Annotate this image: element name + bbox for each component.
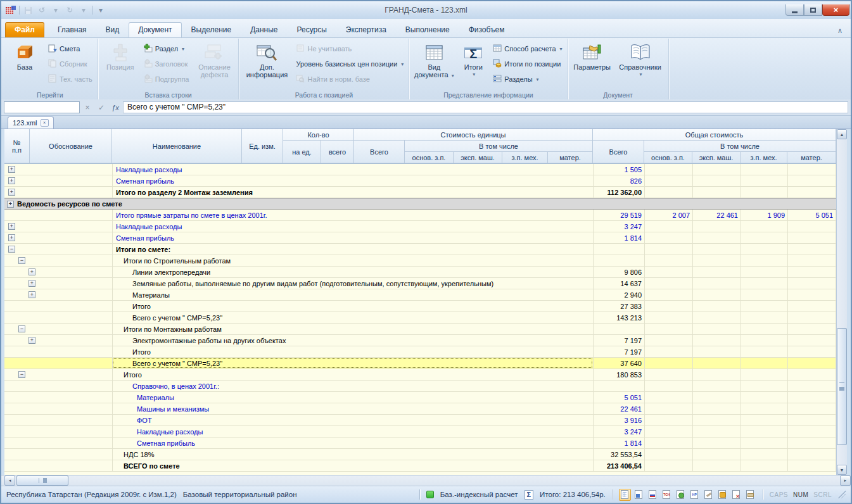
table-row[interactable]: Материалы5 051 xyxy=(4,392,836,403)
expand-icon[interactable]: + xyxy=(29,280,35,287)
expand-icon[interactable]: + xyxy=(29,337,35,344)
table-row[interactable]: +Электромонтажные работы на других объек… xyxy=(4,335,836,346)
ribbon-tab-Выделение[interactable]: Выделение xyxy=(182,22,241,37)
close-button[interactable]: × xyxy=(822,4,849,16)
collapse-icon[interactable]: − xyxy=(18,325,25,332)
totals-dropdown-icon[interactable]: ▾ xyxy=(473,71,475,79)
customize-qat-icon[interactable]: ▾ xyxy=(95,5,106,15)
formula-cancel-icon[interactable]: × xyxy=(81,101,94,113)
collapse-icon[interactable]: − xyxy=(18,371,25,378)
table-row[interactable]: +Сметная прибыль1 814 xyxy=(4,232,836,244)
ribbon-tab-Физобъем[interactable]: Физобъем xyxy=(459,22,514,37)
document-tab-close-icon[interactable]: × xyxy=(41,119,49,127)
ribbon-tab-Выполнение[interactable]: Выполнение xyxy=(396,22,459,37)
table-row[interactable]: +Итого по разделу 2 Монтаж заземления112… xyxy=(4,187,836,198)
sections-dropdown-icon[interactable]: ▾ xyxy=(537,77,539,82)
extra-info-button[interactable]: Доп. информация xyxy=(241,40,293,88)
section-button[interactable]: Раздел ▾ xyxy=(142,42,191,56)
resize-grip[interactable] xyxy=(838,491,846,498)
scroll-up-icon[interactable]: ▲ xyxy=(837,129,847,139)
ribbon-tab-Ресурсы[interactable]: Ресурсы xyxy=(288,22,336,37)
collapse-icon[interactable]: − xyxy=(18,257,25,264)
doc-index-view-icon[interactable] xyxy=(633,489,645,501)
expand-icon[interactable]: + xyxy=(8,166,15,173)
insert-function-icon[interactable]: ƒx xyxy=(109,101,122,113)
doc-nr-view-icon[interactable]: НР xyxy=(689,489,701,501)
redo-dropdown-icon[interactable]: ▾ xyxy=(78,5,89,15)
doc-error-view-icon[interactable] xyxy=(730,489,742,501)
table-row[interactable]: +Земляные работы, выполняемые по другим … xyxy=(4,278,836,289)
doc-ruler-view-icon[interactable] xyxy=(744,489,756,501)
undo-icon[interactable]: ↺ xyxy=(36,5,48,15)
document-tab[interactable]: 123.xml × xyxy=(8,117,54,129)
table-row[interactable]: +Линии электропередачи9 806 xyxy=(4,267,836,278)
expand-icon[interactable]: + xyxy=(8,234,15,241)
maximize-button[interactable] xyxy=(804,4,822,16)
base-price-level-button[interactable]: Уровень базисных цен позиции ▾ xyxy=(294,57,405,71)
sections-button[interactable]: Разделы ▾ xyxy=(491,72,564,86)
table-row[interactable]: +Накладные расходы1 505 xyxy=(4,164,836,175)
expand-icon[interactable]: + xyxy=(8,223,15,230)
table-row[interactable]: Машины и механизмы22 461 xyxy=(4,403,836,415)
ribbon-tab-Главная[interactable]: Главная xyxy=(48,22,96,37)
formula-ok-icon[interactable]: ✓ xyxy=(95,101,108,113)
table-row[interactable]: Справочно, в ценах 2001г.: xyxy=(4,381,836,392)
redo-icon[interactable]: ↻ xyxy=(64,5,75,15)
table-row[interactable]: Накладные расходы3 247 xyxy=(4,426,836,438)
table-row[interactable]: ВСЕГО по смете213 406,54 xyxy=(4,460,836,472)
vertical-scroll-thumb[interactable] xyxy=(837,328,847,445)
table-row[interactable]: Итого прямые затраты по смете в ценах 20… xyxy=(4,210,836,221)
scroll-right-icon[interactable]: ▸ xyxy=(840,476,851,486)
parameters-button[interactable]: Параметры xyxy=(570,40,614,88)
table-row[interactable]: Итого7 197 xyxy=(4,346,836,358)
ribbon-collapse-icon[interactable]: ∧ xyxy=(834,27,846,35)
table-row[interactable]: Сметная прибыль1 814 xyxy=(4,438,836,449)
table-row[interactable]: +Материалы2 940 xyxy=(4,289,836,301)
expand-icon[interactable]: + xyxy=(7,201,14,208)
calc-method-dropdown-icon[interactable]: ▾ xyxy=(560,46,563,52)
base-button[interactable]: База xyxy=(4,40,45,88)
cell-name-box[interactable] xyxy=(4,101,80,113)
expand-icon[interactable]: + xyxy=(29,291,35,298)
collapse-icon[interactable]: − xyxy=(8,246,15,253)
table-row[interactable]: ФОТ3 916 xyxy=(4,415,836,426)
expand-icon[interactable]: + xyxy=(8,189,15,196)
table-row[interactable]: +Сметная прибыль826 xyxy=(4,175,836,187)
doc-tsn-view-icon[interactable]: ТСН xyxy=(661,489,673,501)
section-band-row[interactable]: +Ведомость ресурсов по смете xyxy=(4,198,836,210)
document-view-button[interactable]: Вид документа ▾ xyxy=(411,40,457,88)
scroll-down-icon[interactable]: ▼ xyxy=(837,465,847,475)
estimate-button[interactable]: Смета xyxy=(46,42,94,56)
doc-table-view-icon[interactable] xyxy=(619,489,631,501)
ribbon-tab-Вид[interactable]: Вид xyxy=(96,22,129,37)
calc-method-button[interactable]: Способ расчета ▾ xyxy=(491,42,564,56)
vertical-scroll-track[interactable] xyxy=(837,139,847,465)
doc-edit-view-icon[interactable] xyxy=(703,489,715,501)
table-row[interactable]: Всего с учетом " СМР=5,23"143 213 xyxy=(4,312,836,324)
scroll-left-icon[interactable]: ◂ xyxy=(4,476,15,486)
doc-timer-view-icon[interactable] xyxy=(675,489,687,501)
table-row[interactable]: +Накладные расходы3 247 xyxy=(4,221,836,232)
doc-flag-view-icon[interactable] xyxy=(647,489,659,501)
table-row[interactable]: Итого27 383 xyxy=(4,301,836,312)
vertical-scrollbar[interactable]: ▲ ▼ xyxy=(836,129,847,475)
document-view-dropdown-icon[interactable]: ▾ xyxy=(452,73,454,79)
references-dropdown-icon[interactable]: ▾ xyxy=(640,71,642,79)
ribbon-tab-Файл[interactable]: Файл xyxy=(5,22,44,37)
table-row[interactable]: НДС 18%32 553,54 xyxy=(4,449,836,460)
references-button[interactable]: Справочники ▾ xyxy=(614,40,666,88)
minimize-button[interactable] xyxy=(785,4,804,16)
table-row[interactable]: Всего с учетом " СМР=5,23"37 640 xyxy=(4,358,836,369)
expand-icon[interactable]: + xyxy=(29,268,35,275)
formula-field[interactable]: Всего с учетом " СМР=5,23" xyxy=(123,101,848,113)
ribbon-tab-Экспертиза[interactable]: Экспертиза xyxy=(336,22,396,37)
ribbon-tab-Документ[interactable]: Документ xyxy=(129,22,181,37)
ribbon-tab-Данные[interactable]: Данные xyxy=(241,22,287,37)
table-row[interactable]: −Итоги по смете: xyxy=(4,244,836,255)
table-row[interactable]: −Итоги по Монтажным работам xyxy=(4,324,836,335)
undo-dropdown-icon[interactable]: ▾ xyxy=(50,5,61,15)
horizontal-scroll-track[interactable] xyxy=(15,476,840,486)
totals-button[interactable]: Σ Итоги ▾ xyxy=(457,40,490,88)
table-row[interactable]: −Итоги по Строительным работам xyxy=(4,255,836,267)
horizontal-scroll-thumb[interactable] xyxy=(16,476,68,486)
